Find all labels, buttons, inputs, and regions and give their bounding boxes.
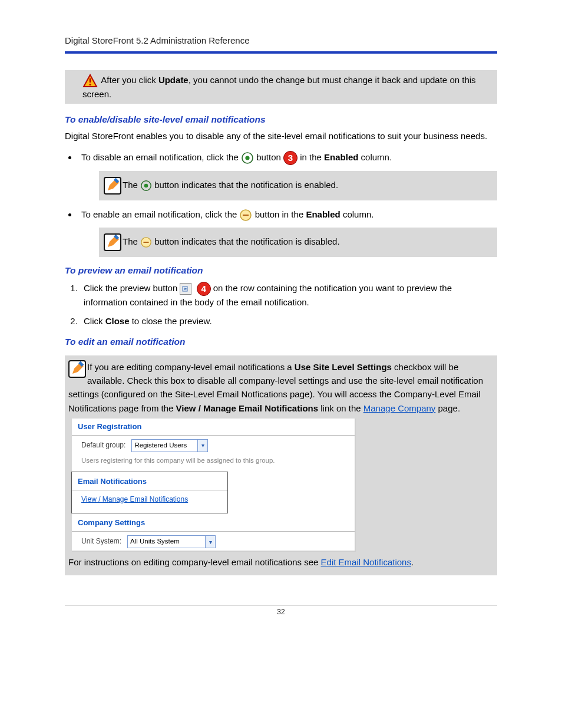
page-header-title: Digital StoreFront 5.2 Administration Re… [65, 35, 497, 45]
pencil-icon [104, 177, 121, 195]
warning-text: After you click Update, you cannot undo … [82, 75, 476, 99]
ss-default-group-select[interactable]: Registered Users ▾ [131, 439, 208, 452]
callout-badge-3: 3 [283, 151, 297, 165]
chevron-down-icon: ▾ [197, 440, 207, 452]
ss-unit-system-select[interactable]: All Units System ▾ [127, 535, 216, 548]
pencil-icon [68, 360, 86, 378]
chevron-down-icon: ▾ [205, 536, 215, 548]
ss-user-registration-title: User Registration [72, 419, 355, 433]
preview-step-2: Click Close to close the preview. [80, 315, 497, 328]
callout-badge-4: 4 [197, 282, 211, 296]
section-intro: Digital StoreFront enables you to disabl… [65, 130, 497, 143]
disabled-toggle-icon [140, 236, 152, 248]
note-disabled: The button indicates that the notificati… [99, 228, 497, 257]
pencil-icon [104, 233, 121, 251]
header-rule [65, 51, 497, 54]
ss-default-group-hint: Users registering for this company will … [81, 456, 349, 466]
edit-notification-callout: If you are editing company-level email n… [65, 355, 497, 575]
ss-default-group-label: Default group: [81, 441, 125, 449]
manage-company-link[interactable]: Manage Company [363, 403, 436, 413]
update-warning-callout: After you click Update, you cannot undo … [65, 70, 497, 104]
svg-point-4 [245, 156, 249, 160]
preview-step-1: Click the preview button 4 on the row co… [80, 282, 497, 309]
company-settings-screenshot: User Registration Default group: Registe… [72, 419, 356, 552]
ss-company-settings-title: Company Settings [72, 513, 355, 529]
warning-icon [82, 74, 98, 88]
section-edit-heading: To edit an email notification [65, 337, 497, 347]
bullet-disable: To disable an email notification, click … [78, 151, 497, 200]
enabled-toggle-icon [140, 180, 152, 192]
ss-unit-system-label: Unit System: [81, 537, 121, 545]
ss-view-manage-link[interactable]: View / Manage Email Notifications [81, 495, 188, 503]
svg-point-2 [89, 84, 91, 85]
ss-email-notifications-title: Email Notifications [72, 472, 227, 487]
disabled-toggle-icon [239, 209, 252, 222]
enabled-toggle-icon [241, 151, 254, 164]
page-number: 32 [277, 608, 285, 616]
section-enable-disable-heading: To enable/disable site-level email notif… [65, 114, 497, 125]
preview-icon [180, 283, 191, 295]
page-footer: 32 [65, 605, 497, 616]
bullet-enable: To enable an email notification, click t… [78, 209, 497, 257]
edit-email-notifications-link[interactable]: Edit Email Notifications [321, 557, 411, 567]
svg-point-9 [144, 184, 148, 188]
note-enabled: The button indicates that the notificati… [99, 171, 497, 200]
section-preview-heading: To preview an email notification [65, 265, 497, 276]
